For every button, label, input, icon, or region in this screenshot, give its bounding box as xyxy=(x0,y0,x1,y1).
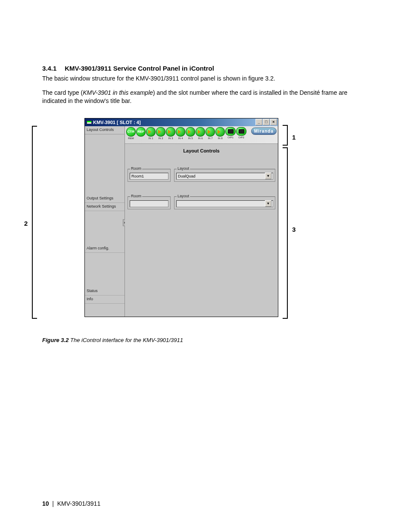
titlebar: KMV-3901 [ SLOT : 4] _ □ × xyxy=(85,118,278,126)
sidebar-item-layout-controls[interactable]: Layout Controls xyxy=(85,126,125,134)
sidebar-item-output-settings[interactable]: Output Settings xyxy=(85,195,125,203)
close-button[interactable]: × xyxy=(270,119,277,125)
chevron-down-icon: ▼ xyxy=(265,173,271,179)
callout-3: 3 xyxy=(292,226,296,233)
section-title: KMV-3901/3911 Service Control Panel in i… xyxy=(65,65,214,72)
sidebar: Layout Controls Output Settings Network … xyxy=(85,126,125,317)
status-op1-icon[interactable] xyxy=(225,127,236,136)
window-title: KMV-3901 [ SLOT : 4] xyxy=(93,120,141,125)
status-ref-icon[interactable]: REF xyxy=(136,127,146,137)
section-number: 3.4.1 xyxy=(42,65,63,72)
app-icon xyxy=(87,121,92,124)
status-in4-icon[interactable] xyxy=(176,127,185,137)
panel-title: Layout Controls xyxy=(125,148,278,153)
status-in6-icon[interactable] xyxy=(196,127,205,137)
bracket-1 xyxy=(283,125,288,146)
chevron-down-icon: ▼ xyxy=(265,200,271,207)
app-window: KMV-3901 [ SLOT : 4] _ □ × Layout Contro… xyxy=(84,118,278,317)
status-icon-bar: CTRREM REF IN 1 IN 2 IN 3 IN 4 IN 5 IN 6… xyxy=(125,126,278,144)
layout-dropdown-1-value: DualQuad xyxy=(178,174,196,178)
maximize-button[interactable]: □ xyxy=(263,119,270,125)
status-in1-icon[interactable] xyxy=(146,127,156,137)
brand-badge: Miranda xyxy=(251,128,277,135)
status-in2-icon[interactable] xyxy=(156,127,165,137)
section-heading: 3.4.1 KMV-3901/3911 Service Control Pane… xyxy=(42,65,369,72)
layout-dropdown-2[interactable]: ▼ xyxy=(176,200,273,207)
callout-2: 2 xyxy=(24,220,28,227)
callout-1: 1 xyxy=(292,134,296,141)
room-input-1[interactable] xyxy=(130,173,168,180)
minimize-button[interactable]: _ xyxy=(255,119,262,125)
paragraph-1: The basic window structure for the KMV-3… xyxy=(42,75,369,83)
sidebar-item-alarm-config[interactable]: Alarm config. xyxy=(85,245,125,253)
room-label-2: Room xyxy=(130,194,142,198)
sidebar-item-info[interactable]: Info xyxy=(85,296,125,304)
room-fieldset-1: Room xyxy=(128,169,171,182)
room-label-1: Room xyxy=(130,166,142,171)
room-fieldset-2: Room xyxy=(128,196,171,209)
page-model: KMV-3901/3911 xyxy=(57,500,100,507)
page-number: 10 xyxy=(42,500,49,507)
figure: 2 1 3 KMV-3901 [ SLOT : 4] _ □ × xyxy=(42,118,369,329)
room-input-2[interactable] xyxy=(130,200,168,207)
layout-dropdown-1[interactable]: DualQuad ▼ xyxy=(176,173,273,180)
figure-text: The iControl interface for the KMV-3901/… xyxy=(68,337,183,343)
bracket-left xyxy=(32,126,37,319)
status-op2-icon[interactable] xyxy=(236,127,246,136)
sidebar-item-network-settings[interactable]: Network Settings xyxy=(85,203,125,211)
figure-caption: Figure 3.2 The iControl interface for th… xyxy=(42,337,369,343)
sidebar-item-status[interactable]: Status xyxy=(85,287,125,296)
layout-label-2: Layout xyxy=(177,194,190,198)
page-footer: 10 | KMV-3901/3911 xyxy=(42,500,100,507)
layout-label-1: Layout xyxy=(177,166,190,171)
layout-fieldset-2: Layout ▼ xyxy=(174,196,275,209)
status-in3-icon[interactable] xyxy=(166,127,175,137)
paragraph-2: The card type (KMV-3901 in this example)… xyxy=(42,89,369,105)
status-in8-icon[interactable] xyxy=(215,127,225,137)
status-in7-icon[interactable] xyxy=(206,127,215,137)
status-in5-icon[interactable] xyxy=(186,127,195,137)
main-panel: CTRREM REF IN 1 IN 2 IN 3 IN 4 IN 5 IN 6… xyxy=(125,126,278,317)
bracket-3 xyxy=(283,147,288,319)
layout-fieldset-1: Layout DualQuad ▼ xyxy=(174,169,275,182)
status-ctr-icon[interactable]: CTR xyxy=(126,127,136,137)
figure-label: Figure 3.2 xyxy=(42,337,68,343)
